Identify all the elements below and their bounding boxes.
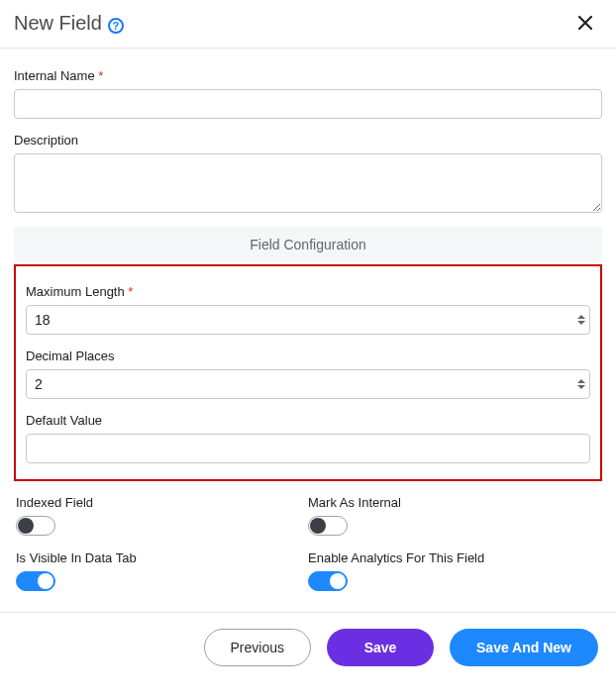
description-input[interactable] bbox=[14, 153, 602, 213]
previous-button[interactable]: Previous bbox=[204, 629, 311, 666]
help-icon[interactable]: ? bbox=[108, 18, 124, 34]
enable-analytics-toggle[interactable] bbox=[308, 571, 348, 591]
dialog-header: New Field ? bbox=[0, 0, 616, 49]
mark-internal-toggle[interactable] bbox=[308, 516, 348, 536]
mark-internal-label: Mark As Internal bbox=[308, 495, 600, 510]
decimal-places-label: Decimal Places bbox=[26, 349, 590, 363]
decimal-places-input[interactable] bbox=[26, 369, 590, 399]
enable-analytics-label: Enable Analytics For This Field bbox=[308, 550, 600, 565]
default-value-label: Default Value bbox=[26, 413, 590, 428]
default-value-input[interactable] bbox=[26, 434, 590, 463]
visible-data-tab-label: Is Visible In Data Tab bbox=[16, 550, 308, 565]
save-button[interactable]: Save bbox=[327, 629, 434, 666]
dialog-title: New Field bbox=[14, 12, 102, 35]
indexed-field-label: Indexed Field bbox=[16, 495, 308, 510]
maximum-length-label: Maximum Length * bbox=[26, 284, 590, 299]
field-configuration-box: Maximum Length * Decimal Places Default … bbox=[14, 264, 602, 481]
save-and-new-button[interactable]: Save And New bbox=[450, 629, 598, 666]
visible-data-tab-toggle[interactable] bbox=[16, 571, 55, 591]
maximum-length-input[interactable] bbox=[26, 305, 590, 335]
description-label: Description bbox=[14, 133, 602, 148]
internal-name-label: Internal Name * bbox=[14, 68, 602, 83]
dialog-footer: Previous Save Save And New bbox=[0, 612, 616, 684]
internal-name-input[interactable] bbox=[14, 89, 602, 119]
close-icon[interactable] bbox=[572, 10, 598, 36]
field-configuration-section: Field Configuration bbox=[14, 227, 602, 262]
new-field-dialog: New Field ? Internal Name * Description … bbox=[0, 0, 616, 684]
indexed-field-toggle[interactable] bbox=[16, 516, 55, 536]
